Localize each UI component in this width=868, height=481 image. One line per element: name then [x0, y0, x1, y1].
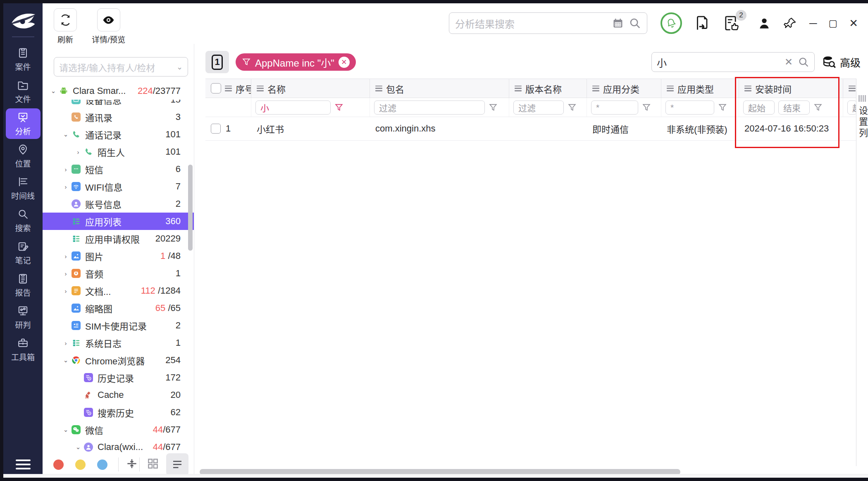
notification-bell-button[interactable]: [661, 12, 682, 34]
column-menu-icon[interactable]: [849, 86, 856, 91]
sidebar-item-search[interactable]: 搜索: [6, 205, 41, 236]
tree-node-陌生人[interactable]: ›陌生人101: [43, 143, 194, 160]
global-search-input[interactable]: 分析结果搜索: [449, 12, 647, 34]
blue-dot-filter[interactable]: [97, 459, 107, 470]
column-menu-icon[interactable]: [225, 86, 232, 91]
minimize-button[interactable]: ─: [809, 17, 817, 30]
chevron-right-icon[interactable]: ›: [61, 287, 71, 294]
column-header-install_time[interactable]: 安装时间: [739, 79, 843, 98]
column-header-category[interactable]: 应用分类: [587, 79, 661, 98]
red-dot-filter[interactable]: [53, 459, 64, 470]
tree-node-SIM卡使用记录[interactable]: SIM卡使用记录2: [43, 317, 194, 334]
collapse-panel-button[interactable]: [125, 457, 138, 472]
chevron-down-icon[interactable]: ⌄: [48, 87, 58, 95]
chevron-right-icon[interactable]: ›: [61, 166, 71, 173]
sidebar-item-report[interactable]: 报告: [6, 270, 41, 300]
column-header-version[interactable]: 版本名称: [509, 79, 587, 98]
tree-node-通话记录[interactable]: ⌄通话记录101: [43, 126, 194, 143]
tree-node-应用申请权限[interactable]: 应用申请权限20229: [43, 230, 194, 247]
tree-scrollbar[interactable]: [188, 165, 193, 251]
column-menu-icon[interactable]: [744, 86, 751, 91]
yellow-dot-filter[interactable]: [75, 459, 86, 470]
tree-node-设备信息[interactable]: 设备信息15: [43, 100, 194, 108]
filter-chip-close-icon[interactable]: ✕: [339, 57, 350, 68]
chevron-right-icon[interactable]: ›: [61, 253, 71, 260]
chevron-right-icon[interactable]: ›: [61, 183, 71, 190]
filter-chip[interactable]: AppName inc "小" ✕: [236, 53, 356, 71]
maximize-button[interactable]: ▢: [828, 18, 837, 29]
filter-input-to[interactable]: 结束: [778, 101, 810, 115]
calendar-icon[interactable]: [612, 17, 624, 29]
tree-node-通讯录[interactable]: 通讯录3: [43, 108, 194, 126]
filter-input-package[interactable]: 过滤: [374, 101, 485, 115]
column-settings-strip[interactable]: 设置列: [856, 79, 868, 466]
user-button[interactable]: [757, 16, 771, 30]
chevron-right-icon[interactable]: ›: [73, 148, 83, 156]
sidebar-item-analysis[interactable]: 分析: [6, 108, 41, 139]
column-menu-icon[interactable]: [667, 86, 674, 91]
column-header-package[interactable]: 包名: [370, 79, 509, 98]
chevron-right-icon[interactable]: ›: [61, 340, 71, 347]
tree-node-短信[interactable]: ›短信6: [43, 160, 194, 178]
chevron-right-icon[interactable]: ›: [61, 270, 71, 277]
column-filter-funnel-icon[interactable]: [642, 103, 651, 112]
sidebar-item-location[interactable]: 位置: [6, 141, 41, 171]
filter-input-category[interactable]: *: [591, 101, 638, 115]
list-view-button[interactable]: [166, 453, 188, 476]
table-row[interactable]: 1小红书com.xingin.xhs即时通信非系统(非预装)2024-07-16…: [205, 117, 856, 141]
column-filter-funnel-icon[interactable]: [334, 103, 343, 112]
tree-node-Clara-Smar-[interactable]: ⌄Clara Smar...224/23777: [43, 82, 194, 100]
filter-input-extra[interactable]: 起: [847, 101, 856, 115]
sidebar-item-toolbox[interactable]: 工具箱: [6, 334, 41, 365]
search-icon[interactable]: [629, 17, 641, 29]
refresh-button[interactable]: [54, 8, 77, 31]
tree-node-缩略图[interactable]: 缩略图65 /65: [43, 299, 194, 317]
device-tab-1[interactable]: 1: [205, 51, 229, 73]
close-button[interactable]: ✕: [849, 17, 858, 30]
owner-select-dropdown[interactable]: 请选择/输入持有人/检材 ⌄: [54, 57, 188, 77]
report-review-button[interactable]: 2: [723, 15, 740, 31]
tree-node-文档-[interactable]: ›文档...112 /1284: [43, 282, 194, 299]
filter-input-name[interactable]: 小: [255, 101, 331, 115]
tree-node-历史记录[interactable]: 历史记录172: [43, 369, 194, 386]
filter-input-version[interactable]: 过滤: [513, 101, 564, 115]
row-checkbox[interactable]: [211, 124, 221, 134]
column-header-name[interactable]: 名称: [251, 79, 370, 98]
column-header-index[interactable]: 序号: [205, 79, 251, 98]
export-file-button[interactable]: [694, 15, 711, 31]
filter-input-type[interactable]: *: [665, 101, 714, 115]
column-filter-funnel-icon[interactable]: [568, 103, 577, 112]
tree-node-WIFI信息[interactable]: ›WIFI信息7: [43, 178, 194, 195]
column-menu-icon[interactable]: [375, 86, 382, 91]
sidebar-item-files[interactable]: 文件: [6, 76, 41, 107]
tree-node-搜索历史[interactable]: 搜索历史62: [43, 404, 194, 421]
sidebar-item-notes[interactable]: 笔记: [6, 237, 41, 268]
column-header-type[interactable]: 应用类型: [661, 79, 739, 98]
search-icon[interactable]: [798, 56, 809, 68]
chevron-down-icon[interactable]: ⌄: [73, 443, 83, 451]
chevron-down-icon[interactable]: ⌄: [61, 426, 71, 433]
sidebar-item-judge[interactable]: 研判: [6, 302, 41, 333]
tree-node-音频[interactable]: ›音频1: [43, 265, 194, 282]
column-filter-funnel-icon[interactable]: [489, 103, 498, 112]
select-all-checkbox[interactable]: [211, 83, 221, 93]
advanced-search-button[interactable]: 高级: [822, 55, 861, 69]
preview-button[interactable]: [97, 8, 120, 31]
tree-node-Cache[interactable]: Cache20: [43, 386, 194, 404]
column-header-extra[interactable]: [843, 79, 856, 98]
grid-view-button[interactable]: [146, 457, 160, 472]
column-menu-icon[interactable]: [592, 86, 599, 91]
tree-node-Chrome浏览器[interactable]: ⌄Chrome浏览器254: [43, 352, 194, 369]
tree-node-图片[interactable]: ›图片1 /48: [43, 247, 194, 265]
table-search-input[interactable]: 小 ✕: [651, 52, 815, 72]
filter-input-from[interactable]: 起始: [743, 101, 775, 115]
tree-node-账号信息[interactable]: 账号信息2: [43, 195, 194, 213]
sidebar-item-timeline[interactable]: 时间线: [6, 173, 41, 203]
pin-button[interactable]: [784, 17, 797, 30]
clear-search-icon[interactable]: ✕: [785, 56, 793, 68]
chevron-down-icon[interactable]: ⌄: [61, 131, 71, 138]
column-menu-icon[interactable]: [257, 86, 264, 91]
tree-node-微信[interactable]: ⌄微信44/677: [43, 421, 194, 438]
column-filter-funnel-icon[interactable]: [718, 103, 727, 112]
column-menu-icon[interactable]: [515, 86, 522, 91]
